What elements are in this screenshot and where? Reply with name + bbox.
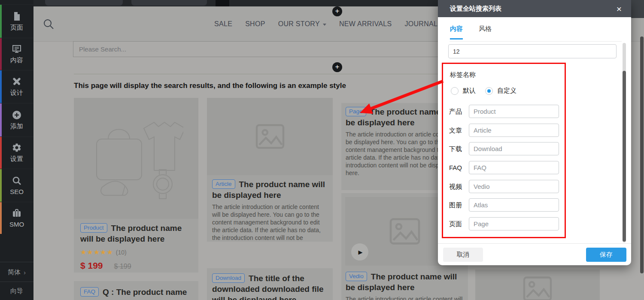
tabs-divider bbox=[450, 41, 622, 42]
sidebar-item-label: 内容 bbox=[10, 56, 23, 64]
product-lineart-icon bbox=[89, 115, 183, 201]
field-input-article[interactable] bbox=[469, 124, 559, 137]
sidebar-item-smo[interactable]: SMO bbox=[0, 202, 33, 234]
result-count-input[interactable] bbox=[448, 44, 617, 58]
photo-icon bbox=[255, 123, 286, 150]
field-label-article: 文章 bbox=[449, 124, 469, 137]
product-title-line: ProductThe product name will be displaye… bbox=[80, 223, 192, 244]
add-icon bbox=[12, 110, 22, 120]
nav-item-shop[interactable]: SHOP bbox=[245, 20, 265, 28]
vedio-title-line: VedioThe product name will be displayed … bbox=[346, 271, 464, 293]
nav-item-journal[interactable]: JOURNAL bbox=[404, 20, 437, 28]
search-result-card-product[interactable]: ProductThe product name will be displaye… bbox=[74, 98, 198, 273]
panel-scrollbar-thumb[interactable] bbox=[623, 71, 626, 242]
sidebar-language-switcher[interactable]: 简体 › bbox=[0, 263, 33, 282]
panel-header: 设置全站搜索列表 × bbox=[438, 0, 631, 17]
radio-default-label[interactable]: 默认 bbox=[463, 87, 476, 95]
nav-item-sale[interactable]: SALE bbox=[214, 20, 232, 28]
field-label-atlas: 图册 bbox=[449, 198, 469, 212]
color-strip bbox=[0, 137, 2, 169]
sidebar-item-seo[interactable]: SEO bbox=[0, 169, 33, 202]
nav-item-our-story[interactable]: OUR STORY bbox=[278, 20, 326, 28]
panel-title: 设置全站搜索列表 bbox=[450, 5, 501, 13]
sidebar-item-label: 页面 bbox=[10, 24, 23, 32]
chevron-right-icon: › bbox=[24, 269, 26, 276]
download-title-line: DownloadThe title of the downloaded down… bbox=[212, 273, 328, 300]
sidebar-divider bbox=[0, 262, 33, 262]
product-tag-badge: Product bbox=[80, 223, 107, 233]
top-right-backdrop bbox=[631, 0, 644, 18]
chevron-down-icon bbox=[323, 24, 326, 26]
editor-root: 页面 内容 设计 添加 设置 SEO S bbox=[0, 0, 644, 300]
field-input-video[interactable] bbox=[469, 180, 559, 193]
sidebar-item-settings[interactable]: 设置 bbox=[0, 136, 33, 169]
play-icon[interactable]: ▶ bbox=[351, 243, 368, 261]
field-label-page: 页面 bbox=[449, 217, 469, 230]
star-rating-icon: ★★★★★ bbox=[80, 248, 113, 256]
sidebar-item-design[interactable]: 设计 bbox=[0, 70, 33, 103]
partial-image-placeholder bbox=[475, 270, 600, 300]
close-icon[interactable]: × bbox=[617, 4, 622, 13]
topbar-pill-right bbox=[131, 0, 207, 6]
vedio-body: The article introduction or article cont… bbox=[346, 296, 464, 300]
radio-custom[interactable] bbox=[485, 87, 493, 95]
language-label: 简体 bbox=[8, 268, 21, 276]
field-label-faq: FAQ bbox=[449, 161, 469, 174]
topbar-dark-block bbox=[216, 0, 229, 6]
color-strip bbox=[0, 103, 2, 136]
tab-style[interactable]: 风格 bbox=[479, 25, 492, 39]
field-label-product: 产品 bbox=[449, 105, 469, 118]
add-section-button-top[interactable]: + bbox=[332, 6, 342, 16]
radio-default[interactable] bbox=[451, 87, 459, 95]
field-label-download: 下载 bbox=[449, 142, 469, 155]
browser-scrollbar-thumb[interactable] bbox=[640, 36, 644, 273]
guide-label: 向导 bbox=[10, 287, 23, 295]
tab-content[interactable]: 内容 bbox=[450, 25, 463, 39]
page-tag-badge: Page bbox=[346, 107, 366, 116]
field-input-page[interactable] bbox=[469, 217, 559, 230]
nav-item-new-arrivals[interactable]: NEW ARRIVALS bbox=[339, 20, 392, 28]
content-icon bbox=[12, 44, 22, 54]
sidebar-item-label: 设置 bbox=[10, 155, 23, 163]
search-result-card-faq[interactable]: FAQQ : The product name will be displaye… bbox=[74, 281, 198, 300]
color-strip bbox=[0, 38, 2, 70]
field-input-product[interactable] bbox=[469, 105, 559, 118]
search-result-card-download[interactable]: DownloadThe title of the downloaded down… bbox=[207, 268, 333, 300]
product-image-placeholder bbox=[74, 98, 198, 219]
photo-icon bbox=[522, 276, 553, 300]
sidebar-item-label: 添加 bbox=[10, 122, 23, 130]
color-strip bbox=[0, 202, 2, 234]
seo-search-icon bbox=[12, 176, 22, 186]
search-result-card-article[interactable]: ArticleThe product name will be displaye… bbox=[207, 98, 333, 242]
field-input-faq[interactable] bbox=[469, 161, 559, 174]
color-strip bbox=[0, 169, 2, 202]
sidebar-item-content[interactable]: 内容 bbox=[0, 38, 33, 70]
search-result-card-partial[interactable] bbox=[475, 270, 600, 300]
add-section-button-mid[interactable]: + bbox=[332, 62, 342, 72]
briefcase-icon bbox=[12, 208, 22, 218]
sidebar-item-pages[interactable]: 页面 bbox=[0, 4, 33, 38]
tag-name-section-label: 标签名称 bbox=[450, 71, 476, 79]
sidebar-item-add[interactable]: 添加 bbox=[0, 103, 33, 136]
product-rating: ★★★★★(10) bbox=[80, 248, 192, 256]
field-input-download[interactable] bbox=[469, 142, 559, 155]
gear-icon bbox=[12, 142, 22, 153]
tag-name-radio-group: 默认 自定义 bbox=[451, 87, 526, 95]
sidebar-guide[interactable]: 向导 bbox=[0, 282, 33, 300]
field-input-atlas[interactable] bbox=[469, 198, 559, 212]
field-label-video: 视频 bbox=[449, 180, 469, 193]
search-settings-panel: 设置全站搜索列表 × 内容 风格 标签名称 默认 自定义 产品 文章 下载 FA… bbox=[438, 0, 631, 265]
site-search-icon[interactable] bbox=[43, 18, 55, 30]
color-strip bbox=[0, 70, 2, 103]
price-original: $ 199 bbox=[114, 263, 131, 270]
article-image-placeholder bbox=[207, 98, 333, 175]
radio-custom-label[interactable]: 自定义 bbox=[497, 87, 516, 95]
sidebar-item-label: SEO bbox=[10, 188, 24, 195]
product-price-row: $ 199$ 199 bbox=[80, 261, 192, 271]
design-icon bbox=[12, 76, 22, 87]
faq-title-line: FAQQ : The product name will be displaye… bbox=[80, 287, 192, 300]
cancel-button[interactable]: 取消 bbox=[443, 248, 483, 262]
color-strip bbox=[0, 5, 2, 38]
panel-tabs: 内容 风格 bbox=[450, 25, 492, 39]
save-button[interactable]: 保存 bbox=[586, 248, 626, 262]
